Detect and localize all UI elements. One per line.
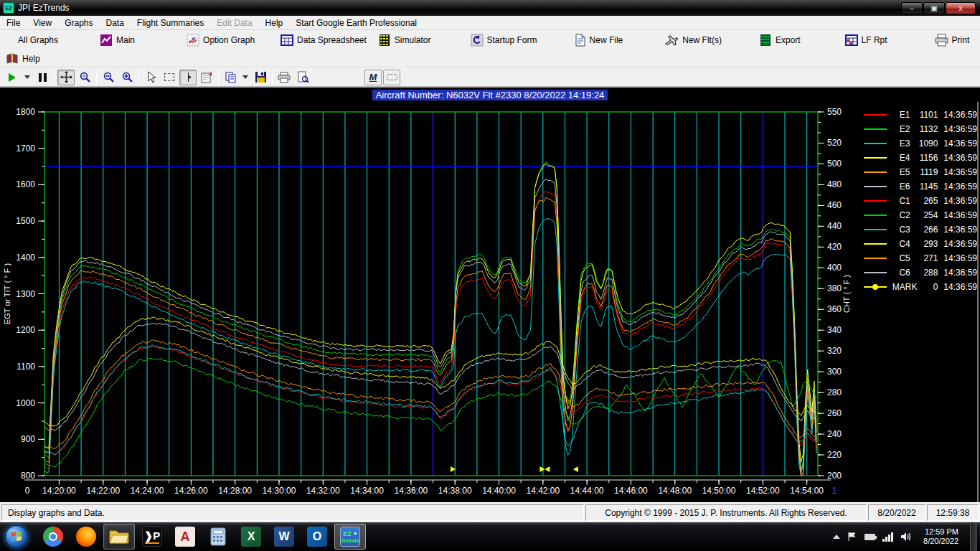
show-desktop-button[interactable] (970, 522, 977, 551)
menu-flight-summaries[interactable]: Flight Summaries (131, 17, 210, 29)
cursor-pair-button[interactable] (179, 70, 197, 85)
properties-button[interactable] (198, 70, 215, 85)
main-button[interactable]: Main (100, 34, 135, 47)
start-button[interactable] (1, 524, 32, 550)
close-button[interactable]: x (946, 2, 976, 14)
legend-name: E3 (891, 138, 918, 149)
lf-rpt-button[interactable]: LF Rpt (845, 34, 887, 47)
menu-view[interactable]: View (27, 17, 58, 29)
save-button[interactable] (252, 70, 269, 85)
copy-icon (225, 71, 237, 83)
legend-line-sample (864, 171, 887, 173)
x-tick-label: 14:22:00 (86, 486, 120, 496)
zoom-in-button[interactable] (118, 70, 136, 85)
legend-row-E6[interactable]: E6114514:36:59 (864, 179, 977, 194)
select-region-button[interactable] (161, 70, 178, 85)
print-preview-icon (297, 71, 309, 83)
legend-val: 1145 (918, 182, 938, 192)
print-button[interactable]: Print (935, 34, 970, 47)
print-quick-button[interactable] (275, 70, 293, 85)
legend-name: E6 (891, 182, 918, 192)
option-graph-button[interactable]: Option Graph (187, 34, 255, 47)
mark-flags (451, 466, 578, 472)
menu-graphs[interactable]: Graphs (58, 17, 99, 29)
menu-file[interactable]: File (0, 17, 27, 29)
taskbar-word[interactable]: W (268, 524, 300, 550)
word-icon: W (274, 527, 294, 547)
data-spreadsheet-button[interactable]: Data Spreadsheet (281, 34, 367, 47)
legend-row-C4[interactable]: C429314:36:59 (864, 237, 977, 251)
x-tick-label: 14:28:00 (218, 486, 252, 496)
pointer-button[interactable] (142, 70, 159, 85)
network-icon[interactable] (882, 532, 893, 542)
taskbar-file-explorer[interactable] (103, 524, 135, 550)
taskbar-firefox[interactable] (70, 524, 102, 550)
legend-row-C2[interactable]: C225414:36:59 (864, 208, 977, 222)
copy-button[interactable] (222, 70, 239, 85)
play-button[interactable] (4, 70, 21, 85)
legend-row-C1[interactable]: C126514:36:59 (864, 194, 977, 208)
svg-text:300: 300 (827, 367, 842, 377)
all-graphs-button[interactable]: All Graphs (18, 35, 58, 45)
simulator-icon (378, 34, 391, 47)
legend-line-sample (864, 200, 887, 202)
taskbar-p-app[interactable]: ❱P (136, 524, 168, 550)
taskbar-calculator[interactable] (202, 524, 234, 550)
menu-help[interactable]: Help (259, 17, 290, 29)
menu-data[interactable]: Data (100, 17, 131, 29)
legend-row-C3[interactable]: C326614:36:59 (864, 222, 977, 237)
outlook-icon: O (307, 527, 327, 547)
export-button[interactable]: Export (759, 34, 801, 47)
play-icon (9, 73, 16, 82)
action-center-flag-icon[interactable] (847, 532, 857, 542)
startup-form-button[interactable]: Startup Form (471, 34, 537, 47)
legend-mark-dot (872, 284, 878, 290)
taskbar-excel[interactable]: X (235, 524, 267, 550)
pause-button[interactable] (34, 70, 51, 85)
svg-text:240: 240 (827, 429, 842, 439)
pan-button[interactable] (57, 70, 75, 85)
hidden-icons-chevron[interactable] (833, 534, 840, 539)
legend-name: C3 (891, 225, 918, 235)
clock-date: 8/20/2022 (923, 537, 958, 546)
taskbar-eztrends[interactable]: EZ + Trends (334, 524, 366, 550)
mark-button[interactable]: M (364, 70, 382, 85)
menu-start-google-earth[interactable]: Start Google Earth Professional (289, 17, 423, 29)
legend-row-E4[interactable]: E4115614:36:59 (864, 151, 977, 165)
legend-row-C5[interactable]: C527114:36:59 (864, 251, 977, 265)
flight-data-chart[interactable]: 1800170016001500140013001200110010009008… (0, 102, 861, 502)
help-button[interactable]: Help (6, 52, 40, 65)
copy-dropdown[interactable] (240, 70, 250, 85)
legend-time: 14:36:59 (938, 124, 977, 134)
svg-text:1200: 1200 (16, 325, 35, 335)
restore-button[interactable]: ▣ (923, 2, 945, 14)
taskbar-clock[interactable]: 12:59 PM 8/20/2022 (919, 527, 963, 546)
airplane-icon (664, 34, 679, 47)
legend-row-E2[interactable]: E2113214:36:59 (864, 122, 977, 136)
simulator-button[interactable]: Simulator (378, 34, 431, 47)
taskbar-chrome[interactable] (37, 524, 69, 550)
print-preview-button[interactable] (294, 70, 311, 85)
play-speed-dropdown[interactable] (22, 70, 32, 85)
legend-row-E3[interactable]: E3109014:36:59 (864, 136, 977, 151)
legend-row-E5[interactable]: E5111914:36:59 (864, 165, 977, 179)
volume-icon[interactable] (900, 532, 912, 542)
legend-val: 1101 (918, 110, 938, 120)
excel-icon: X (241, 527, 261, 547)
legend-row-E1[interactable]: E1110114:36:59 (864, 108, 977, 122)
series-E4 (44, 164, 816, 462)
new-flights-button[interactable]: New Flt(s) (664, 34, 722, 47)
legend-time: 14:36:59 (938, 282, 977, 292)
legend-row-C6[interactable]: C628814:36:59 (864, 265, 977, 280)
dynamic-zoom-button[interactable] (76, 70, 93, 85)
legend-row-MARK[interactable]: MARK014:36:59 (864, 280, 977, 294)
status-date: 8/20/2022 (868, 504, 925, 521)
taskbar-autocad[interactable]: A (169, 524, 201, 550)
taskbar-outlook[interactable]: O (301, 524, 333, 550)
dropdown-icon (242, 75, 248, 79)
dotted-select-button[interactable] (383, 70, 400, 85)
minimize-button[interactable]: – (901, 2, 923, 14)
battery-icon[interactable] (864, 534, 875, 540)
zoom-out-button[interactable] (100, 70, 117, 85)
new-file-button[interactable]: New File (575, 34, 623, 47)
